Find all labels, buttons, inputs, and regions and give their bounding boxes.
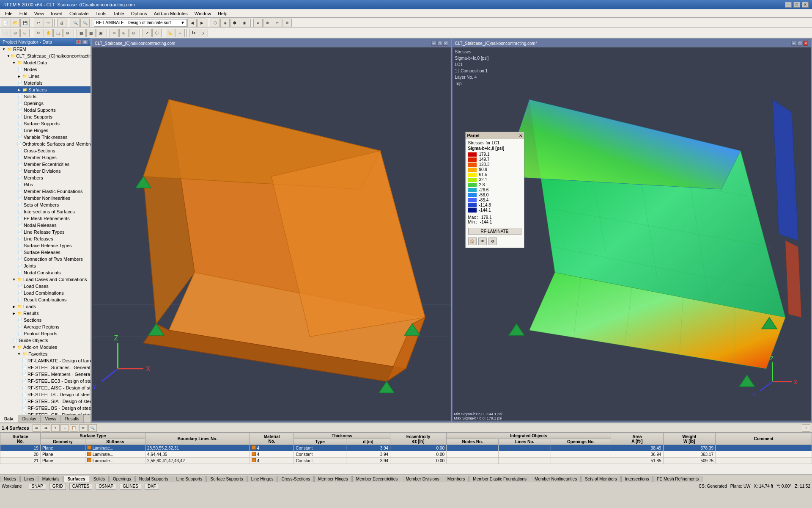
nav-item-32[interactable]: 📄Joints (0, 262, 91, 269)
render2[interactable]: ▩ (86, 29, 96, 37)
osnap-btn[interactable]: OSNAP (96, 483, 116, 490)
redo-btn[interactable]: ↪ (44, 19, 53, 27)
nav-item-31[interactable]: 📄Connection of Two Members (0, 256, 91, 262)
window-controls[interactable]: – □ ✕ (785, 2, 809, 8)
left-view-maximize[interactable]: □ (437, 41, 442, 46)
nav-item-19[interactable]: 📄Members (0, 174, 91, 181)
nav-item-2[interactable]: ▼📁Model Data (0, 59, 91, 66)
nav-item-52[interactable]: 📄RF-STEEL SIA - Design of steel mem (0, 398, 91, 405)
nav-item-46[interactable]: 📄RF-LAMINATE - Design of lamin (0, 357, 91, 364)
expand-icon-6[interactable]: ▶ (17, 88, 21, 92)
nav-item-42[interactable]: 📄Printout Reports (0, 330, 91, 337)
bottom-tab-sets-of-members[interactable]: Sets of Members (581, 476, 621, 482)
rotate-btn[interactable]: ↻ (34, 29, 43, 37)
bottom-tab-nodes[interactable]: Nodes (0, 476, 20, 482)
nav-tab-data[interactable]: Data (0, 415, 18, 422)
left-view-minimize[interactable]: ─ (431, 41, 436, 46)
expand-icon-39[interactable]: ▶ (12, 311, 16, 315)
bottom-tab-surface-supports[interactable]: Surface Supports (206, 476, 247, 482)
nav-item-38[interactable]: ▶📁Loads (0, 303, 91, 310)
expand-icon-4[interactable]: ▶ (17, 74, 21, 78)
right-view-maximize[interactable]: □ (797, 41, 802, 46)
nav-item-7[interactable]: 📄Solids (0, 93, 91, 100)
legend-icon1[interactable]: 🏠 (468, 237, 477, 245)
nav-item-16[interactable]: 📄Member Hinges (0, 154, 91, 161)
expand-icon-45[interactable]: ▼ (17, 352, 21, 356)
nav-item-53[interactable]: 📄RF-STEEL BS - Design of steel memb (0, 405, 91, 411)
bottom-tab-cross-sections[interactable]: Cross-Sections (277, 476, 314, 482)
nav-item-18[interactable]: 📄Member Divisions (0, 168, 91, 174)
view2-btn[interactable]: ⊞ (11, 29, 20, 37)
nav-item-22[interactable]: 📄Member Nonlinearities (0, 195, 91, 202)
nav-item-36[interactable]: 📄Load Combinations (0, 290, 91, 296)
nav-item-15[interactable]: 📄Cross-Sections (0, 147, 91, 154)
nav-item-3[interactable]: 📄Nodes (0, 66, 91, 73)
expand-icon-34[interactable]: ▼ (12, 277, 16, 282)
print-btn[interactable]: 🖨 (57, 19, 66, 27)
nav-item-10[interactable]: 📄Line Supports (0, 113, 91, 120)
bottom-tab-member-hinges[interactable]: Member Hinges (314, 476, 352, 482)
grid-btn[interactable]: GRID (49, 483, 66, 490)
fx-btn[interactable]: fx (189, 29, 198, 37)
right-view-close[interactable]: ✕ (803, 41, 808, 46)
close-button[interactable]: ✕ (802, 2, 809, 8)
nav-item-24[interactable]: 📄Intersections of Surfaces (0, 208, 91, 215)
nav-item-9[interactable]: 📄Nodal Supports (0, 107, 91, 113)
table-btn5[interactable]: 📋 (70, 424, 78, 432)
snap2[interactable]: ⊞ (119, 29, 129, 37)
nav-tab-display[interactable]: Display (18, 415, 41, 422)
table-btn1[interactable]: ⬅ (33, 424, 41, 432)
bottom-tab-member-nonlinearities[interactable]: Member Nonlinearities (531, 476, 581, 482)
nav-item-29[interactable]: 📄Surface Release Types (0, 242, 91, 249)
menu-item-view[interactable]: View (31, 9, 48, 17)
left-view-close[interactable]: ✕ (443, 41, 448, 46)
bottom-tab-lines[interactable]: Lines (20, 476, 38, 482)
select1[interactable]: ↗ (143, 29, 152, 37)
table-btn3[interactable]: + (51, 424, 60, 432)
table-btn7[interactable]: 🔍 (88, 424, 97, 432)
tool6[interactable]: ⊕ (263, 19, 272, 27)
nav-item-41[interactable]: 📄Average Regions (0, 323, 91, 330)
table-expand-btn[interactable]: ↑ (802, 424, 810, 432)
nav-prev-btn[interactable]: ◀ (187, 19, 197, 27)
snap3[interactable]: ⊡ (129, 29, 138, 37)
nav-item-25[interactable]: 📄FE Mesh Refinements (0, 215, 91, 222)
view3-btn[interactable]: ⊟ (20, 29, 30, 37)
table-btn2[interactable]: ➡ (42, 424, 50, 432)
table-row-2[interactable]: 21PlaneLaminate...2,56,60,41,47,43,424Co… (0, 458, 812, 464)
zoom-out-btn[interactable]: 🔍 (80, 19, 90, 27)
snap1[interactable]: ⊕ (110, 29, 119, 37)
table-btn6[interactable]: ✏ (79, 424, 88, 432)
save-btn[interactable]: 💾 (20, 19, 30, 27)
nav-item-39[interactable]: ▶📁Results (0, 310, 91, 317)
nav-item-0[interactable]: ▼📁RFEM (0, 46, 91, 52)
nav-tab-results[interactable]: Results (61, 415, 84, 422)
measure-btn[interactable]: 📐 (166, 29, 175, 37)
tool4[interactable]: ◉ (240, 19, 249, 27)
bottom-tab-line-hinges[interactable]: Line Hinges (247, 476, 277, 482)
nav-next-btn[interactable]: ▶ (197, 19, 206, 27)
tool5[interactable]: ≡ (253, 19, 263, 27)
table-row-1[interactable]: 20PlaneLaminate...4,64,44,354Constant3.9… (0, 451, 812, 458)
legend-close-btn[interactable]: ✕ (519, 133, 522, 138)
new-btn[interactable]: 📄 (1, 19, 10, 27)
formula-btn[interactable]: ∑ (199, 29, 208, 37)
nav-item-50[interactable]: 📄RF-STEEL AISC - Design of steel mem (0, 384, 91, 391)
right-view-minimize[interactable]: ─ (791, 41, 796, 46)
nav-item-34[interactable]: ▼📁Load Cases and Combinations (0, 276, 91, 283)
view1-btn[interactable]: ⬜ (1, 29, 10, 37)
nav-item-30[interactable]: 📄Surface Releases (0, 249, 91, 256)
expand-icon-1[interactable]: ▼ (7, 54, 10, 58)
tool2[interactable]: ◈ (220, 19, 230, 27)
nav-item-5[interactable]: 📄Materials (0, 80, 91, 86)
zoom-in-btn[interactable]: 🔍 (71, 19, 80, 27)
cartes-btn[interactable]: CARTES (69, 483, 92, 490)
bottom-tab-member-elastic-foundations[interactable]: Member Elastic Foundations (469, 476, 530, 482)
glines-btn[interactable]: GLINES (120, 483, 141, 490)
module-dropdown-icon[interactable]: ▼ (181, 20, 185, 25)
nav-item-4[interactable]: ▶📁Lines (0, 73, 91, 80)
bottom-tab-openings[interactable]: Openings (109, 476, 135, 482)
nav-item-23[interactable]: 📄Sets of Members (0, 202, 91, 208)
bottom-tab-member-eccentricities[interactable]: Member Eccentricities (352, 476, 401, 482)
maximize-button[interactable]: □ (793, 2, 800, 8)
